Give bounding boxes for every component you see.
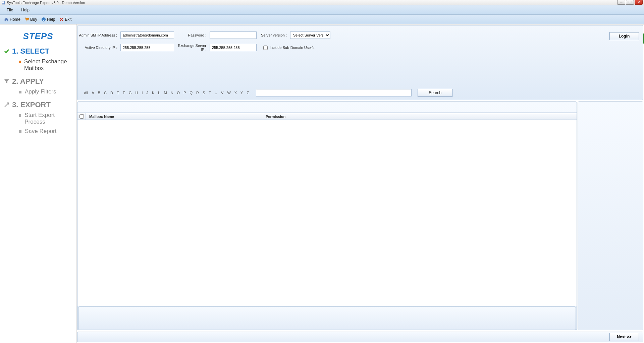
alpha-filter-t[interactable]: T xyxy=(208,91,212,95)
alpha-filter-g[interactable]: G xyxy=(128,91,133,95)
right-aux-panel xyxy=(578,101,643,330)
window-titlebar: SysTools Exchange Export v5.0 - Demo Ver… xyxy=(0,0,644,5)
column-header-mailbox[interactable]: Mailbox Name xyxy=(86,113,262,120)
alpha-filter-i[interactable]: I xyxy=(141,91,144,95)
toolbar-help-label: Help xyxy=(47,17,55,22)
column-header-permission[interactable]: Permission xyxy=(262,113,577,120)
toolbar-home-label: Home xyxy=(10,17,20,22)
login-button[interactable]: Login xyxy=(609,32,639,40)
alpha-filter-p[interactable]: P xyxy=(182,91,187,95)
step-3-sub-1: Start Export Process xyxy=(19,112,72,125)
step-3-sub2-label: Save Report xyxy=(25,128,57,135)
server-version-select[interactable]: Select Server Version xyxy=(290,31,330,39)
table-header-row: Mailbox Name Permission xyxy=(77,113,577,120)
select-all-checkbox[interactable] xyxy=(79,114,84,119)
alpha-filter-q[interactable]: Q xyxy=(189,91,194,95)
step-2-header: 2. APPLY xyxy=(4,77,72,86)
password-input[interactable] xyxy=(210,31,257,39)
alpha-filter-y[interactable]: Y xyxy=(239,91,244,95)
alpha-filter-b[interactable]: B xyxy=(97,91,101,95)
mailbox-table-panel: Mailbox Name Permission xyxy=(77,101,577,330)
password-label: Password : xyxy=(174,33,210,37)
close-icon xyxy=(59,17,64,22)
alpha-filter-x[interactable]: X xyxy=(233,91,238,95)
toolbar-buy-button[interactable]: Buy xyxy=(22,16,39,22)
serverver-label: Server version : xyxy=(257,33,290,37)
connection-panel: Admin SMTP Address : Password : Server v… xyxy=(77,25,643,100)
alpha-filter-z[interactable]: Z xyxy=(246,91,250,95)
step-2-title: 2. APPLY xyxy=(12,77,44,86)
search-input[interactable] xyxy=(256,89,412,96)
step-1-sub-label: Select Exchange Mailbox xyxy=(24,58,72,72)
alpha-filter-h[interactable]: H xyxy=(134,91,139,95)
step-3-sub-2: Save Report xyxy=(19,128,72,135)
toolbar-exit-button[interactable]: Exit xyxy=(57,16,73,22)
alpha-filter-r[interactable]: R xyxy=(195,91,200,95)
bullet-icon xyxy=(19,114,21,117)
ad-ip-input[interactable] xyxy=(120,44,174,51)
alphabet-filter-bar: AllABCDEFGHIJKLMNOPQRSTUVWXYZ Search xyxy=(77,88,643,98)
alpha-filter-v[interactable]: V xyxy=(220,91,224,95)
toolbar-exit-label: Exit xyxy=(65,17,71,22)
window-minimize-button[interactable]: ─ xyxy=(617,0,625,5)
bullet-icon xyxy=(19,61,21,63)
menu-file[interactable]: File xyxy=(3,6,17,14)
alpha-filter-all[interactable]: All xyxy=(83,91,89,95)
alpha-filter-n[interactable]: N xyxy=(170,91,174,95)
alpha-filter-d[interactable]: D xyxy=(109,91,114,95)
footer-bar: Next >> xyxy=(77,332,643,342)
window-maximize-button[interactable]: ☐ xyxy=(626,0,634,5)
next-accelerator: N xyxy=(617,335,620,339)
svg-point-0 xyxy=(26,20,26,21)
cart-icon xyxy=(24,17,29,22)
home-icon xyxy=(4,17,9,22)
next-label-rest: ext >> xyxy=(620,335,632,339)
toolbar-home-button[interactable]: Home xyxy=(2,16,22,22)
include-subdomain-label: Include Sub-Domain User's xyxy=(270,46,315,50)
window-close-button[interactable]: ✕ xyxy=(635,0,643,5)
step-1-sub: Select Exchange Mailbox xyxy=(19,58,72,72)
steps-heading: STEPS xyxy=(4,31,72,42)
exchange-ip-input[interactable] xyxy=(210,44,257,51)
alpha-filter-k[interactable]: K xyxy=(151,91,155,95)
alphabet-links: AllABCDEFGHIJKLMNOPQRSTUVWXYZ xyxy=(77,91,250,95)
toolbar: Home Buy ? Help Exit xyxy=(0,15,644,24)
smtp-input[interactable] xyxy=(120,31,174,39)
step-2-sub-label: Apply Filters xyxy=(25,88,56,95)
help-icon: ? xyxy=(41,17,46,22)
alpha-filter-o[interactable]: O xyxy=(176,91,181,95)
toolbar-help-button[interactable]: ? Help xyxy=(39,16,57,22)
alpha-filter-a[interactable]: A xyxy=(91,91,95,95)
ad-label: Active Directory IP : xyxy=(77,46,120,50)
alpha-filter-w[interactable]: W xyxy=(226,91,231,95)
menubar: File Help xyxy=(0,5,644,15)
step-3-sub1-label: Start Export Process xyxy=(24,112,72,125)
alpha-filter-e[interactable]: E xyxy=(116,91,120,95)
check-icon xyxy=(4,49,9,54)
bullet-icon xyxy=(19,91,21,93)
svg-text:?: ? xyxy=(43,17,45,21)
toolbar-buy-label: Buy xyxy=(30,17,37,22)
alpha-filter-j[interactable]: J xyxy=(145,91,149,95)
step-1-title: 1. SELECT xyxy=(12,47,49,56)
exch-label: Exchange Server IP : xyxy=(174,44,210,52)
alpha-filter-f[interactable]: F xyxy=(122,91,126,95)
alpha-filter-m[interactable]: M xyxy=(163,91,168,95)
step-2-sub: Apply Filters xyxy=(19,88,72,95)
svg-point-1 xyxy=(28,20,28,21)
alpha-filter-c[interactable]: C xyxy=(103,91,108,95)
bullet-icon xyxy=(19,130,21,133)
app-icon xyxy=(1,1,5,5)
next-button[interactable]: Next >> xyxy=(609,333,639,341)
search-button[interactable]: Search xyxy=(418,89,452,97)
step-3-title: 3. EXPORT xyxy=(12,100,51,109)
menu-help[interactable]: Help xyxy=(17,6,34,14)
include-subdomain-checkbox[interactable] xyxy=(263,46,268,50)
step-1-header: 1. SELECT xyxy=(4,47,72,56)
alpha-filter-l[interactable]: L xyxy=(157,91,161,95)
filter-icon xyxy=(4,79,9,84)
alpha-filter-s[interactable]: S xyxy=(202,91,206,95)
alpha-filter-u[interactable]: U xyxy=(214,91,218,95)
window-title: SysTools Exchange Export v5.0 - Demo Ver… xyxy=(7,1,616,5)
step-3-header: 3. EXPORT xyxy=(4,100,72,109)
